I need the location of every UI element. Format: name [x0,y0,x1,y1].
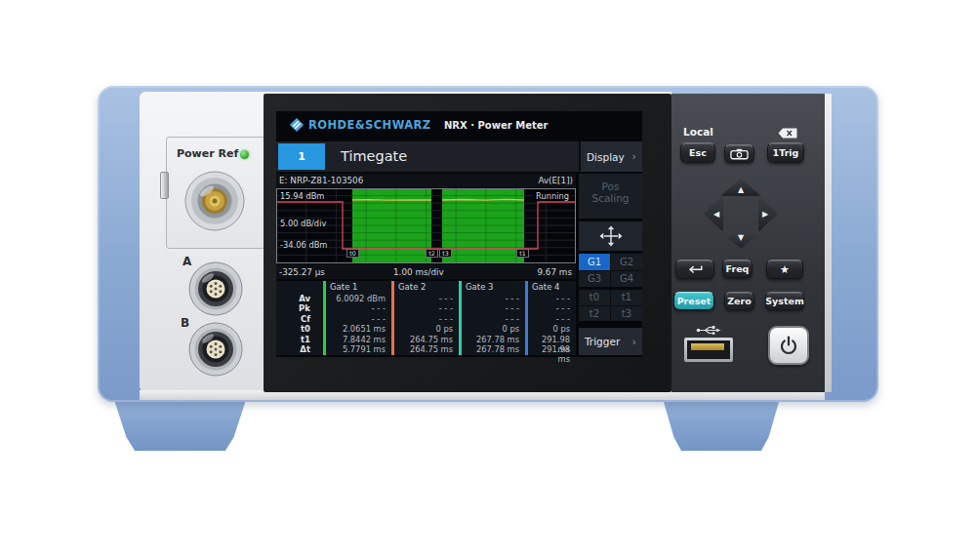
usb-tongue [691,343,724,350]
gate-g4-button[interactable]: G4 [611,271,642,288]
gate-value: 264.75 ms [394,344,459,354]
tab-title[interactable]: Timegate [341,141,407,172]
gate-value: 267.78 ms [462,335,525,344]
pos-scaling-button[interactable]: Pos Scaling [579,174,642,219]
sensor-id: E: NRP-Z81-103506 [279,176,363,185]
sensor-info-bar: E: NRP-Z81-103506 Av(E[1]) [276,174,576,187]
power-ref-led [240,150,249,159]
status-badge: Running [534,191,571,201]
trig-button[interactable]: 1Trig [767,142,804,163]
y-axis-max: 15.94 dBm [280,191,324,201]
gate-value: - - - [462,294,525,303]
time-select-grid: t0 t1 t2 t3 [579,290,642,321]
gate-g2-button[interactable]: G2 [611,254,642,270]
gate-value: - - - [394,303,459,313]
power-ref-label: Power Ref [177,147,238,160]
gate-1-header: Gate 1 [326,281,391,294]
gate-4-header: Gate 4 [528,281,576,294]
usb-port-inner [687,340,730,359]
gate-1-column: Gate 1 6.0092 dBm - - - - - - 2.0651 ms … [323,281,391,355]
preset-button[interactable]: Preset [673,292,714,310]
marker-t1[interactable]: t1 [516,249,529,258]
trace-graph[interactable]: 15.94 dBm Running 5.00 dB/div -34.06 dBm… [276,188,576,263]
gate-value: 2.0651 ms [326,324,391,334]
right-foot [659,398,784,451]
chevron-right-icon: › [632,336,636,348]
trigger-button[interactable]: Trigger › [579,328,642,355]
move-arrows-icon [598,225,624,247]
favorites-button[interactable]: ★ [766,260,803,279]
gate-value: 0 ps [462,324,525,334]
x-axis-scale: 1.00 ms/div [393,267,444,277]
display-button[interactable]: Display › [579,141,642,172]
x-axis-end: 9.67 ms [537,267,572,277]
device-photo: Power Ref A B [0,0,976,560]
channel-a-connector [188,261,243,316]
row-label-pk: Pk [276,303,323,313]
touchscreen[interactable]: ROHDE&SCHWARZ NRX · Power Meter 1 Timega… [276,111,642,357]
power-icon [779,336,798,355]
move-trace-button[interactable] [579,221,642,251]
time-t3-button[interactable]: t3 [611,306,642,322]
local-label: Local [683,126,713,138]
enter-button[interactable] [675,260,714,279]
esc-button[interactable]: Esc [680,142,715,163]
arrow-right-icon: ▶ [762,210,768,219]
rohde-schwarz-logo [289,117,305,133]
display-button-label: Display [587,151,625,163]
gate-3-header: Gate 3 [462,281,525,294]
gate-value: - - - [394,294,459,303]
gate-value: - - - [326,303,391,313]
screenshot-button[interactable] [724,144,754,163]
row-label-t1: t1 [276,335,323,344]
row-label-cf: Cf [276,314,323,324]
time-t1-button[interactable]: t1 [611,290,642,305]
usb-icon [696,325,721,336]
gate-value: - - - [326,314,391,324]
arrow-left-icon: ◀ [713,210,719,219]
gate-value: 0 ps [528,324,576,334]
marker-t0[interactable]: t0 [346,249,359,258]
pos-label: Pos [579,180,642,192]
gate-value: 7.8442 ms [326,335,391,344]
row-label-av: Av [276,294,323,303]
camera-icon [730,148,749,160]
row-label-dt: Δt [276,344,323,354]
gate-value: 291.98 ms [528,335,576,344]
gate-4-column: Gate 4 - - - - - - - - - 0 ps 291.98 ms … [525,281,576,355]
power-ref-connector [184,171,245,231]
gate-value: 5.7791 ms [326,344,391,354]
channel-b-connector [188,322,243,377]
gate-g1-button[interactable]: G1 [579,254,610,270]
enter-icon [686,264,704,274]
tab-bar: 1 Timegate Display › [276,141,642,172]
gate-value: - - - [528,294,576,303]
freq-button[interactable]: Freq [722,260,752,278]
gate-select-grid: G1 G2 G3 G4 [579,254,642,287]
system-button[interactable]: System [765,292,804,310]
gate-table: Av Pk Cf t0 t1 Δt Gate 1 6.0092 dBm - - … [276,281,576,355]
arrow-down-icon: ▼ [738,233,744,242]
panel-edge [825,94,832,392]
gate-value: 291.98 ms [528,344,576,354]
gate-value: - - - [462,314,525,324]
gate-value: 0 ps [394,324,459,334]
brand-text: ROHDE&SCHWARZ [308,118,431,132]
left-foot [109,398,251,451]
marker-t3[interactable]: t3 [439,249,452,258]
gate-g3-button[interactable]: G3 [579,271,610,288]
channel-tab-badge[interactable]: 1 [278,143,325,170]
gate-value: 6.0092 dBm [326,294,391,303]
power-button[interactable] [768,326,809,365]
time-t0-button[interactable]: t0 [579,290,610,305]
arrow-up-icon: ▲ [738,185,744,194]
time-t2-button[interactable]: t2 [579,306,610,322]
row-label-column: Av Pk Cf t0 t1 Δt [276,281,323,355]
chevron-right-icon: › [632,150,636,163]
panel-latch [160,172,169,199]
marker-t2[interactable]: t2 [426,249,438,258]
softkey-column: Pos Scaling G1 G2 G3 G4 t0 t1 [579,174,642,355]
zero-button[interactable]: Zero [724,292,754,310]
scaling-label: Scaling [579,192,642,204]
y-axis-scale: 5.00 dB/div [280,219,326,228]
